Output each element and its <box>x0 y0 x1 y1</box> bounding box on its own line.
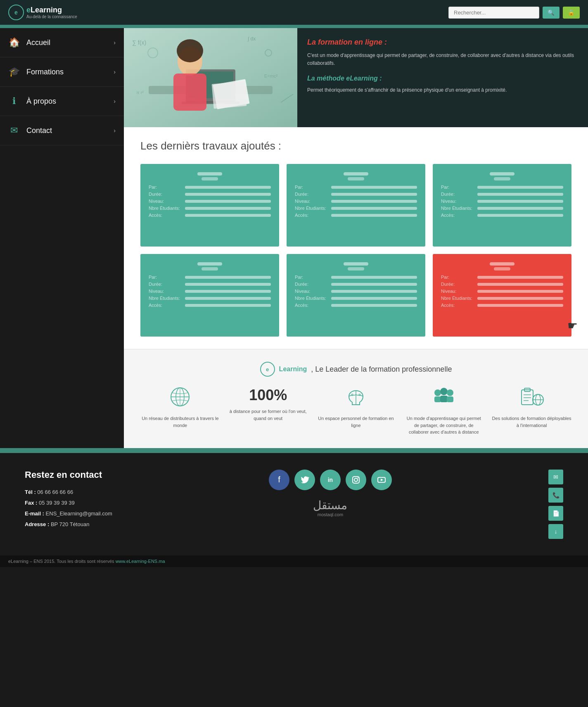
website-link[interactable]: www.eLearning-ENS.ma <box>116 559 165 564</box>
footer-right-icons: ✉ 📞 📄 ↓ <box>548 470 563 539</box>
footer-icon-4[interactable]: ↓ <box>548 524 563 539</box>
card-1[interactable]: Par: Durée: Niveau: Nbre Étudiants: Accè… <box>140 164 279 247</box>
address-label: Adresse : <box>25 521 49 527</box>
logo-brand: eLearning <box>26 6 77 14</box>
card-2[interactable]: Par: Durée: Niveau: Nbre Étudiants: Accè… <box>287 164 425 247</box>
teal-divider <box>0 25 588 28</box>
youtube-button[interactable] <box>371 470 392 490</box>
sidebar-label-formations: Formations <box>26 68 107 76</box>
header-right: 🔍 🔒 <box>448 7 580 19</box>
features-tagline: , Le Leader de la formation professionne… <box>311 365 452 374</box>
logo-subtitle: Au-delà de la connaissance <box>26 14 77 19</box>
fax-value: 05 39 39 39 39 <box>39 500 75 506</box>
feature-100-number: 100% <box>228 387 308 404</box>
sidebar: 🏠 Accueil › 🎓 Formations › ℹ À propos › … <box>0 28 124 448</box>
svg-text:∑ f(x): ∑ f(x) <box>132 39 146 46</box>
svg-rect-6 <box>212 81 247 109</box>
social-icons: f in <box>269 470 392 490</box>
features-bar: e Learning , Le Leader de la formation p… <box>124 349 588 448</box>
search-input[interactable] <box>448 7 539 19</box>
svg-point-26 <box>440 388 448 395</box>
hero-banner: ∑ f(x) ∫ dx π r² E=mc² La formation en l… <box>124 28 588 127</box>
svg-marker-42 <box>381 479 383 481</box>
svg-text:∫ dx: ∫ dx <box>247 36 256 42</box>
feature-network-text: Un réseau de distributeurs à travers le … <box>140 415 220 429</box>
footer-center-panel: f in مستقل mostaql.com <box>129 470 532 517</box>
email-value: ENS_Elearning@gmail.com <box>46 510 112 517</box>
footer-icon-2[interactable]: 📞 <box>548 488 563 503</box>
svg-rect-29 <box>447 396 453 402</box>
tel-label: Tél : <box>25 489 36 495</box>
graduation-icon: 🎓 <box>8 66 20 77</box>
card-4-info: Par: Durée: Niveau: Nbre Étudiants: Accè… <box>149 275 271 308</box>
chevron-right-icon-4: › <box>114 127 116 134</box>
linkedin-button[interactable]: in <box>320 470 341 490</box>
cards-grid: Par: Durée: Niveau: Nbre Étudiants: Accè… <box>140 164 571 337</box>
card-6[interactable]: Par: Durée: Niveau: Nbre Étudiants: Accè… <box>433 254 571 337</box>
chevron-right-icon: › <box>114 39 116 46</box>
svg-point-24 <box>434 389 441 396</box>
svg-point-9 <box>177 39 203 62</box>
logo: e eLearning Au-delà de la connaissance <box>8 5 77 20</box>
footer-icon-1[interactable]: ✉ <box>548 470 563 484</box>
feature-solutions: Des solutions de formation déployables à… <box>492 387 571 429</box>
twitter-button[interactable] <box>294 470 315 490</box>
svg-rect-8 <box>173 74 206 111</box>
sidebar-item-accueil[interactable]: 🏠 Accueil › <box>0 28 124 57</box>
cursor-icon: ☛ <box>567 319 578 332</box>
group-icon <box>404 387 484 411</box>
card-2-info: Par: Durée: Niveau: Nbre Étudiants: Accè… <box>295 185 417 218</box>
sidebar-item-formations[interactable]: 🎓 Formations › <box>0 57 124 87</box>
sidebar-label-apropos: À propos <box>26 97 107 106</box>
main-container: 🏠 Accueil › 🎓 Formations › ℹ À propos › … <box>0 28 588 448</box>
features-logo-badge: e <box>260 362 275 377</box>
feature-personal: Un espace personnel de formation en lign… <box>316 387 396 429</box>
card-5[interactable]: Par: Durée: Niveau: Nbre Étudiants: Accè… <box>287 254 425 337</box>
svg-point-28 <box>447 389 453 396</box>
svg-text:π r²: π r² <box>136 90 144 95</box>
features-elearning: Learning <box>279 365 307 373</box>
facebook-button[interactable]: f <box>269 470 289 490</box>
sidebar-item-contact[interactable]: ✉ Contact › <box>0 116 124 145</box>
hero-image: ∑ f(x) ∫ dx π r² E=mc² <box>124 28 297 127</box>
feature-personal-text: Un espace personnel de formation en lign… <box>316 415 396 429</box>
feature-collaborate-text: Un mode d'apprentissage qui permet de pa… <box>404 415 484 436</box>
email-label: E-mail : <box>25 510 44 517</box>
sidebar-item-apropos[interactable]: ℹ À propos › <box>0 87 124 116</box>
svg-text:E=mc²: E=mc² <box>264 74 277 78</box>
lock-button[interactable]: 🔒 <box>563 7 580 19</box>
section-title: Les dernièrs travaux ajoutés : <box>140 140 571 152</box>
hero-desc-method: Permet théoriquement de s'affranchir de … <box>307 86 578 94</box>
sidebar-nav: 🏠 Accueil › 🎓 Formations › ℹ À propos › … <box>0 28 124 145</box>
hero-photo: ∑ f(x) ∫ dx π r² E=mc² <box>124 28 297 127</box>
svg-rect-30 <box>522 390 533 405</box>
mostaql-logo: مستقل <box>313 498 347 512</box>
address-value: BP 720 Tétouan <box>51 521 90 527</box>
card-5-info: Par: Durée: Niveau: Nbre Étudiants: Accè… <box>295 275 417 308</box>
content-area: ∑ f(x) ∫ dx π r² E=mc² La formation en l… <box>124 28 588 448</box>
info-icon: ℹ <box>8 96 20 107</box>
feature-network: Un réseau de distributeurs à travers le … <box>140 387 220 429</box>
tel-value: 06 66 66 66 66 <box>37 489 73 495</box>
instagram-button[interactable] <box>346 470 366 490</box>
card-3[interactable]: Par: Durée: Niveau: Nbre Étudiants: Accè… <box>433 164 571 247</box>
home-icon: 🏠 <box>8 37 20 48</box>
features-logo-row: e Learning , Le Leader de la formation p… <box>140 362 571 377</box>
teal-break <box>0 448 588 453</box>
card-4[interactable]: Par: Durée: Niveau: Nbre Étudiants: Accè… <box>140 254 279 337</box>
hero-title-method: La méthode eLearning : <box>307 73 578 84</box>
chevron-right-icon-2: › <box>114 69 116 75</box>
footer-icon-3[interactable]: 📄 <box>548 506 563 521</box>
feature-distance-text: à distance pour se former où l'on veut, … <box>228 408 308 422</box>
card-6-info: Par: Durée: Niveau: Nbre Étudiants: Accè… <box>441 275 563 308</box>
card-3-info: Par: Durée: Niveau: Nbre Étudiants: Accè… <box>441 185 563 218</box>
mostaql-area: مستقل mostaql.com <box>313 498 347 517</box>
logo-circle: e <box>8 5 24 20</box>
search-button[interactable]: 🔍 <box>543 7 560 19</box>
mail-icon: ✉ <box>8 125 20 136</box>
sidebar-label-contact: Contact <box>26 126 107 135</box>
feature-collaborate: Un mode d'apprentissage qui permet de pa… <box>404 387 484 436</box>
footer-info-panel: Restez en contact Tél : 06 66 66 66 66 F… <box>25 470 112 530</box>
svg-rect-27 <box>440 396 448 402</box>
mostaql-sub: mostaql.com <box>313 512 347 517</box>
